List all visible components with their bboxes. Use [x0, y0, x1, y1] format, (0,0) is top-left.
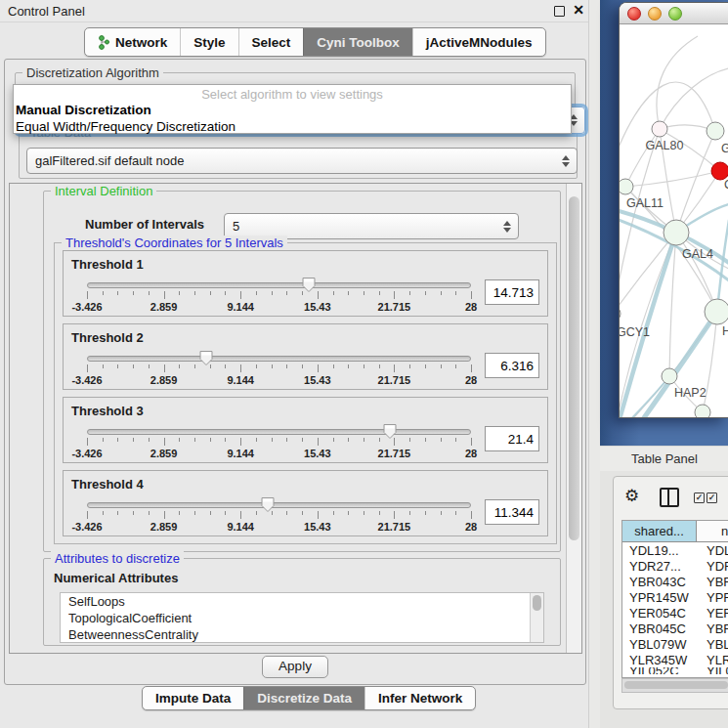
threshold-value-field[interactable] — [485, 353, 539, 378]
table-cell-name[interactable]: YER0 — [703, 606, 728, 621]
table-cell-name[interactable]: YBL0 — [703, 637, 728, 652]
float-window-icon[interactable] — [554, 6, 565, 17]
table-cell-name[interactable]: YDR2 — [703, 559, 728, 574]
tab-jactivemnodules[interactable]: jActiveMNodules — [412, 28, 545, 56]
column-header-shared[interactable]: shared... — [622, 521, 697, 541]
scrollbar-thumb[interactable] — [533, 595, 541, 611]
table-row[interactable]: YBR045CYBR0 — [622, 621, 728, 636]
network-edge[interactable] — [660, 68, 728, 129]
tick-mark — [272, 511, 273, 515]
tick-label: 15.43 — [304, 521, 331, 533]
tab-impute-data[interactable]: Impute Data — [143, 687, 243, 709]
network-node[interactable] — [652, 121, 667, 137]
table-row[interactable]: YLR345WYLR3 — [622, 652, 728, 667]
popup-option-manual-discretization[interactable]: Manual Discretization — [14, 102, 571, 118]
network-edge-highlighted[interactable] — [717, 220, 728, 312]
table-cell-shared-name[interactable]: YBR045C — [622, 621, 703, 636]
table-row[interactable]: YDL19...YDL1 — [622, 542, 728, 558]
scrollbar-thumb[interactable] — [569, 196, 579, 540]
threshold-slider[interactable]: -3.4262.8599.14415.4321.71528 — [87, 429, 471, 459]
tick-mark — [133, 364, 134, 368]
tick-mark — [441, 511, 442, 515]
tick-mark — [364, 511, 364, 515]
network-node[interactable] — [695, 405, 710, 417]
checkbox-icon[interactable] — [707, 492, 717, 503]
threshold-value-field[interactable] — [485, 426, 539, 451]
network-node[interactable] — [620, 306, 621, 321]
traffic-light-close-icon[interactable] — [627, 7, 641, 21]
apply-button[interactable]: Apply — [262, 656, 328, 678]
table-row[interactable]: YBL079WYBL0 — [622, 636, 728, 652]
table-cell-name[interactable]: YDL1 — [703, 543, 728, 558]
tab-select[interactable]: Select — [238, 28, 304, 56]
threshold-slider[interactable]: -3.4262.8599.14415.4321.71528 — [87, 356, 471, 386]
horizontal-scrollbar[interactable] — [621, 678, 728, 693]
tick-mark — [379, 364, 380, 368]
network-node[interactable] — [664, 220, 689, 245]
table-cell-shared-name[interactable]: YPR145W — [622, 590, 703, 605]
network-node[interactable] — [620, 179, 633, 194]
slider-track[interactable] — [87, 356, 471, 362]
threshold-slider[interactable]: -3.4262.8599.14415.4321.71528 — [87, 282, 471, 313]
network-edge[interactable] — [625, 129, 660, 187]
table-row[interactable]: YPR145WYPR1 — [622, 589, 728, 605]
slider-track[interactable] — [87, 429, 471, 435]
table-cell-name[interactable]: YPR1 — [703, 590, 728, 605]
tab-style[interactable]: Style — [180, 28, 237, 56]
tab-infer-network[interactable]: Infer Network — [364, 687, 475, 709]
vertical-scrollbar[interactable] — [566, 184, 581, 653]
list-scrollbar[interactable] — [530, 593, 543, 642]
table-row[interactable]: YBR043CYBR0 — [622, 574, 728, 589]
network-node[interactable] — [662, 368, 677, 384]
scrollbar-thumb[interactable] — [624, 681, 728, 689]
table-cell-shared-name[interactable]: YBR043C — [622, 575, 703, 589]
table-cell-name[interactable]: YLR3 — [703, 653, 728, 667]
attribute-item-selfloops[interactable]: SelfLoops — [61, 593, 543, 610]
traffic-light-minimize-icon[interactable] — [648, 7, 662, 21]
close-icon[interactable]: ✕ — [573, 2, 584, 18]
gear-icon[interactable]: ⚙ — [624, 487, 639, 506]
threshold-slider[interactable]: -3.4262.8599.14415.4321.71528 — [87, 502, 471, 533]
table-row[interactable]: YIL052CYIL0 — [622, 667, 728, 674]
slider-track[interactable] — [87, 502, 471, 508]
table-row[interactable]: YDR27...YDR2 — [622, 558, 728, 574]
tab-discretize-data[interactable]: Discretize Data — [243, 687, 364, 709]
attribute-item-topologicalcoefficient[interactable]: TopologicalCoefficient — [61, 610, 543, 626]
checkbox-icon[interactable] — [694, 492, 705, 503]
split-columns-icon[interactable] — [660, 488, 679, 507]
table-cell-name[interactable]: YIL0 — [703, 667, 728, 674]
table-cell-shared-name[interactable]: YDL19... — [622, 543, 703, 558]
popup-option-equal-width-frequency[interactable]: Equal Width/Frequency Discretization — [14, 118, 571, 135]
table-cell-shared-name[interactable]: YBL079W — [622, 637, 703, 652]
network-node[interactable] — [707, 122, 724, 140]
attributes-list[interactable]: SelfLoopsTopologicalCoefficientBetweenne… — [60, 592, 544, 643]
threshold-value-field[interactable] — [485, 499, 539, 525]
column-header-name[interactable]: na — [697, 521, 728, 541]
table-cell-shared-name[interactable]: YER054C — [622, 606, 703, 621]
tick-mark — [318, 291, 319, 299]
tick-mark — [225, 364, 226, 368]
tick-mark — [286, 511, 287, 515]
table-cell-name[interactable]: YBR0 — [703, 575, 728, 589]
tick-mark — [286, 438, 287, 442]
network-window[interactable]: GAL80GACGAL11GAL4HGCY1HAP2 — [619, 2, 728, 418]
attribute-item-betweennesscentrality[interactable]: BetweennessCentrality — [61, 626, 543, 643]
traffic-light-zoom-icon[interactable] — [668, 7, 682, 21]
table-cell-shared-name[interactable]: YDR27... — [622, 559, 703, 574]
threshold-value-field[interactable] — [485, 279, 539, 305]
tab-network[interactable]: Network — [85, 28, 180, 56]
network-edge[interactable] — [620, 233, 676, 314]
tab-cyni-toolbox[interactable]: Cyni Toolbox — [303, 28, 412, 56]
slider-track[interactable] — [87, 282, 471, 288]
table-cell-name[interactable]: YBR0 — [703, 621, 728, 636]
table-cell-shared-name[interactable]: YLR345W — [622, 653, 703, 667]
table-row[interactable]: YER054CYER0 — [622, 605, 728, 621]
tick-mark — [333, 364, 334, 368]
network-canvas[interactable]: GAL80GACGAL11GAL4HGCY1HAP2 — [620, 24, 728, 417]
network-node[interactable] — [705, 299, 728, 324]
network-window-titlebar[interactable] — [620, 3, 728, 24]
network-edge[interactable] — [625, 171, 720, 187]
table-cell-shared-name[interactable]: YIL052C — [622, 667, 703, 674]
table-data-combo[interactable]: galFiltered.sif default node — [26, 148, 578, 174]
tick-mark — [117, 438, 118, 442]
